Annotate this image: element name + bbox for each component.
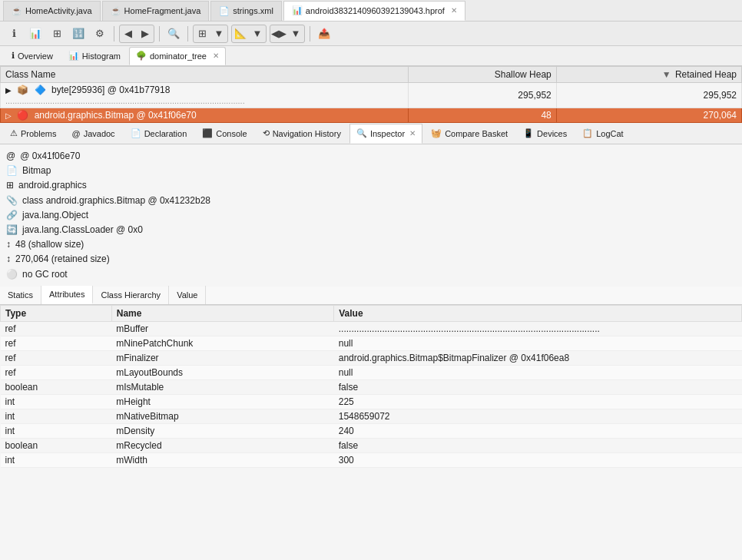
bottom-section: ⚠ Problems @ Javadoc 📄 Declaration ⬛ Con… xyxy=(0,123,742,560)
type-icon: 🔷 xyxy=(35,84,46,95)
type-cell: int xyxy=(1,452,112,467)
inner-tab-label: Value xyxy=(177,290,197,300)
dominator-button[interactable]: ⊞ xyxy=(48,25,66,43)
tab-homefragment[interactable]: ☕ HomeFragment.java xyxy=(102,1,210,21)
table-row[interactable]: int mNativeBitmap 1548659072 xyxy=(1,409,742,423)
inspector-shallow: 48 (shallow size) xyxy=(15,237,84,252)
name-cell: mLayoutBounds xyxy=(111,365,334,379)
inner-tab-hierarchy[interactable]: Class Hierarchy xyxy=(93,286,169,304)
histogram-icon: 📊 xyxy=(68,51,79,61)
table-row[interactable]: boolean mRecycled false xyxy=(1,438,742,452)
table-row-selected[interactable]: ▷ 🔴 android.graphics.Bitmap @ 0x41f06e70… xyxy=(1,108,742,123)
classref-icon: 📎 xyxy=(6,194,18,208)
inner-tab-value[interactable]: Value xyxy=(169,286,206,304)
forward-button[interactable]: ▶ xyxy=(137,25,154,43)
expand-icon[interactable]: ▷ xyxy=(5,111,12,120)
table-row[interactable]: ref mLayoutBounds null xyxy=(1,365,742,379)
histogram-button[interactable]: 📊 xyxy=(26,25,45,43)
retained-cell: 295,952 xyxy=(556,83,741,108)
info-button[interactable]: ℹ xyxy=(5,25,23,43)
col-shallow[interactable]: Shallow Heap xyxy=(408,67,556,83)
sub-tab-histogram[interactable]: 📊 Histogram xyxy=(61,47,128,65)
table-row[interactable]: int mDensity 240 xyxy=(1,423,742,438)
tab-homeactivity[interactable]: ☕ HomeActivity.java xyxy=(3,1,101,21)
table-row[interactable]: ref mBuffer ............................… xyxy=(1,321,742,336)
tab-label: Javadoc xyxy=(84,129,115,138)
sub-tab-label: Overview xyxy=(18,51,53,61)
col-retained[interactable]: ▼ Retained Heap xyxy=(556,67,741,83)
bottom-tab-bar: ⚠ Problems @ Javadoc 📄 Declaration ⬛ Con… xyxy=(0,123,742,144)
tab-console[interactable]: ⬛ Console xyxy=(195,124,253,144)
tab-stringsxml[interactable]: 📄 strings.xml xyxy=(210,1,282,21)
value-cell: 240 xyxy=(334,423,742,438)
table-row[interactable]: ref mNinePatchChunk null xyxy=(1,336,742,350)
group-btn5[interactable]: ◀▶ xyxy=(270,25,287,43)
inspector-superclass: java.lang.Object xyxy=(22,208,88,223)
tab-devices[interactable]: 📱 Devices xyxy=(516,124,574,144)
table-row[interactable]: boolean mIsMutable false xyxy=(1,379,742,394)
value-cell: null xyxy=(334,365,742,379)
group-btn2[interactable]: ▼ xyxy=(210,25,227,43)
inner-tab-statics[interactable]: Statics xyxy=(0,286,41,304)
col-classname[interactable]: Class Name xyxy=(1,67,409,83)
group-btn6[interactable]: ▼ xyxy=(287,25,304,43)
value-cell: 1548659072 xyxy=(334,409,742,423)
tab-label: Compare Basket xyxy=(445,129,508,138)
tab-label: LogCat xyxy=(596,129,623,138)
tab-label: android3832140960392139043.hprof xyxy=(306,6,445,15)
tab-close-button[interactable]: ✕ xyxy=(451,6,457,15)
table-row[interactable]: int mWidth 300 xyxy=(1,452,742,467)
sub-tab-label: dominator_tree xyxy=(150,51,207,61)
inspector-classref: class android.graphics.Bitmap @ 0x41232b… xyxy=(22,194,210,208)
super-icon: 🔗 xyxy=(6,208,18,223)
tab-javadoc[interactable]: @ Javadoc xyxy=(65,124,121,144)
inspector-package-row: ⊞ android.graphics xyxy=(6,178,736,193)
tab-hprof[interactable]: 📊 android3832140960392139043.hprof ✕ xyxy=(283,1,465,21)
sub-tab-dominator[interactable]: 🌳 dominator_tree ✕ xyxy=(129,47,226,65)
inspector-close[interactable]: ✕ xyxy=(409,129,416,138)
group-btn1[interactable]: ⊞ xyxy=(194,25,210,43)
table-row[interactable]: int mHeight 225 xyxy=(1,394,742,409)
heap-section: ℹ Overview 📊 Histogram 🌳 dominator_tree … xyxy=(0,46,742,123)
inner-tab-bar: Statics Attributes Class Hierarchy Value xyxy=(0,287,742,305)
back-button[interactable]: ◀ xyxy=(120,25,137,43)
tab-logcat[interactable]: 📋 LogCat xyxy=(575,124,630,144)
name-cell: mIsMutable xyxy=(111,379,334,394)
inspector-shallow-row: ↕ 48 (shallow size) xyxy=(6,237,736,252)
address-icon: @ xyxy=(6,149,15,164)
search-button[interactable]: 🔍 xyxy=(164,25,183,43)
export-button[interactable]: 📤 xyxy=(315,25,333,43)
table-row[interactable]: ▶ 📦 🔷 byte[295936] @ 0x41b77918 ........… xyxy=(1,83,742,108)
inner-tab-label: Statics xyxy=(8,290,33,300)
shallow-size-icon: ↕ xyxy=(6,237,11,252)
separator xyxy=(114,26,114,41)
tab-inspector[interactable]: 🔍 Inspector ✕ xyxy=(349,124,422,144)
group2: ⊞ ▼ xyxy=(193,25,228,43)
tab-problems[interactable]: ⚠ Problems xyxy=(3,124,63,144)
inspector-classloader: java.lang.ClassLoader @ 0x0 xyxy=(22,223,143,237)
leak-suspects-button[interactable]: ⚙ xyxy=(91,25,109,43)
sub-tab-overview[interactable]: ℹ Overview xyxy=(5,47,60,65)
tab-label: Console xyxy=(216,129,247,138)
hprof-icon: 📊 xyxy=(292,5,303,15)
separator xyxy=(187,26,188,41)
tab-navhistory[interactable]: ⟲ Navigation History xyxy=(256,124,348,144)
top-consumers-button[interactable]: 🔢 xyxy=(69,25,88,43)
tab-label: Devices xyxy=(537,129,567,138)
group-btn3[interactable]: 📐 xyxy=(232,25,249,43)
classname-cell: ▷ 🔴 android.graphics.Bitmap @ 0x41f06e70 xyxy=(1,108,409,123)
type-cell: int xyxy=(1,423,112,438)
expand-icon[interactable]: ▶ xyxy=(5,86,12,94)
table-row[interactable]: ref mFinalizer android.graphics.Bitmap$B… xyxy=(1,350,742,365)
sub-tab-close[interactable]: ✕ xyxy=(213,51,219,60)
inner-tab-attributes[interactable]: Attributes xyxy=(41,286,93,304)
tab-label: HomeActivity.java xyxy=(25,6,92,15)
tab-comparebasket[interactable]: 🧺 Compare Basket xyxy=(424,124,515,144)
value-cell: 225 xyxy=(334,394,742,409)
tab-declaration[interactable]: 📄 Declaration xyxy=(124,124,194,144)
attributes-table-scroll: Type Name Value ref mBuffer ............… xyxy=(0,305,742,560)
inspector-icon: 🔍 xyxy=(356,128,367,138)
value-cell: false xyxy=(334,379,742,394)
group-btn4[interactable]: ▼ xyxy=(249,25,266,43)
name-cell: mWidth xyxy=(111,452,334,467)
